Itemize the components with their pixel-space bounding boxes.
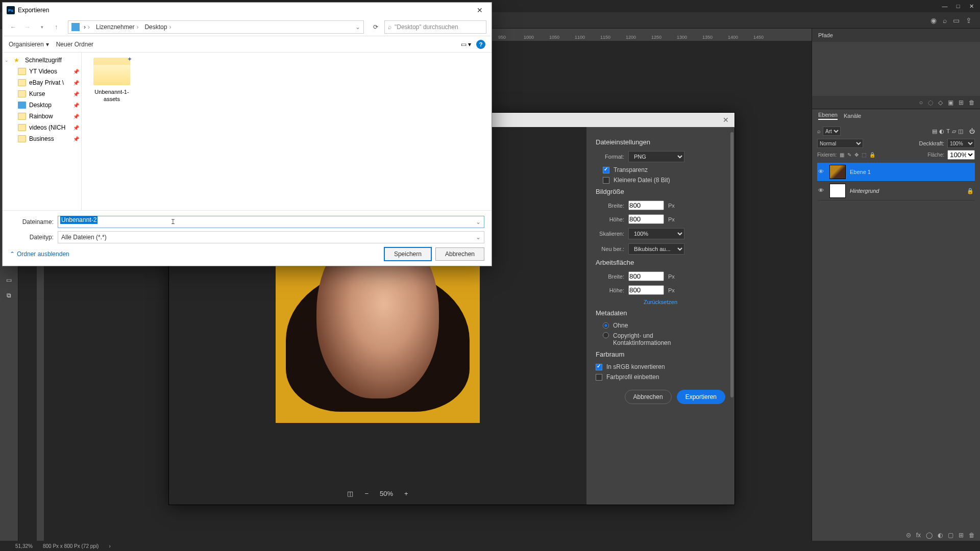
diamond-icon[interactable]: ◇ bbox=[938, 99, 943, 106]
reset-button[interactable]: Zurücksetzen bbox=[644, 299, 677, 305]
breadcrumb[interactable]: › bbox=[82, 23, 92, 31]
screenmode-icon[interactable]: ⧉ bbox=[4, 290, 15, 301]
ring-icon[interactable]: ◌ bbox=[928, 99, 933, 106]
filter-toggle-icon[interactable]: ⏻ bbox=[969, 128, 975, 134]
cancel-button[interactable]: Abbrechen bbox=[435, 247, 484, 261]
zoom-in-icon[interactable]: + bbox=[404, 490, 408, 497]
filter-shape-icon[interactable]: ▱ bbox=[952, 128, 956, 135]
lock-nest-icon[interactable]: ⬚ bbox=[862, 152, 866, 158]
minimize-icon[interactable]: — bbox=[940, 2, 949, 11]
fill-select[interactable]: 100% bbox=[947, 150, 975, 160]
refresh-icon[interactable]: ⟳ bbox=[370, 21, 381, 33]
status-chevron-icon[interactable]: › bbox=[109, 543, 110, 549]
breadcrumb[interactable]: Lizenznehmer bbox=[94, 23, 140, 31]
view-icon[interactable]: ▭ ▾ bbox=[461, 41, 471, 48]
recent-chevron-icon[interactable]: ▾ bbox=[36, 21, 47, 33]
canvas-height-input[interactable] bbox=[628, 285, 664, 295]
search-field[interactable]: ⌕ "Desktop" durchsuchen bbox=[384, 20, 486, 34]
tree-item[interactable]: eBay Privat \📌 bbox=[3, 77, 81, 88]
metadata-none-radio[interactable] bbox=[603, 322, 609, 329]
lock-all-icon[interactable]: 🔒 bbox=[869, 152, 875, 158]
file-list-area[interactable]: ✦ Unbenannt-1-assets bbox=[82, 53, 492, 210]
new-layer-icon[interactable]: ⊞ bbox=[959, 532, 964, 539]
tree-item[interactable]: Rainbow📌 bbox=[3, 111, 81, 122]
transparency-checkbox[interactable] bbox=[603, 167, 609, 173]
adjust-icon[interactable]: ◐ bbox=[938, 532, 943, 539]
hide-folders-button[interactable]: ⌃ Ordner ausblenden bbox=[10, 251, 69, 258]
format-select[interactable]: PNG bbox=[628, 151, 684, 162]
group-icon[interactable]: ▢ bbox=[948, 532, 953, 539]
canvas-width-input[interactable] bbox=[628, 271, 664, 281]
trash-icon[interactable]: 🗑 bbox=[969, 99, 975, 106]
filename-input[interactable]: Unbenannt-2 𝙸 ⌄ bbox=[58, 216, 484, 228]
scale-select[interactable]: 100% bbox=[628, 228, 684, 239]
tree-item[interactable]: Desktop📌 bbox=[3, 99, 81, 111]
chevron-down-icon[interactable]: ⌄ bbox=[476, 218, 481, 226]
help-icon[interactable]: ? bbox=[476, 40, 485, 49]
forward-icon[interactable]: → bbox=[22, 21, 33, 33]
share-icon[interactable]: ⇪ bbox=[966, 16, 972, 24]
quickmask-icon[interactable]: ▭ bbox=[4, 274, 15, 286]
settings-scrollbar[interactable] bbox=[730, 132, 733, 397]
mask-icon[interactable]: ◯ bbox=[926, 532, 933, 539]
metadata-copyright-radio[interactable] bbox=[603, 332, 609, 338]
layer-item-1[interactable]: 👁 Hintergrund 🔒 bbox=[817, 182, 975, 201]
chevron-down-icon[interactable]: ⌄ bbox=[5, 58, 11, 63]
export-cancel-button[interactable]: Abbrechen bbox=[625, 390, 672, 404]
filter-type-icon[interactable]: T bbox=[946, 128, 950, 134]
trash-icon[interactable]: 🗑 bbox=[969, 532, 975, 539]
lock-trans-icon[interactable]: ▦ bbox=[840, 152, 844, 158]
filetype-select[interactable]: Alle Dateien (*.*) ⌄ bbox=[58, 231, 484, 243]
crop-icon[interactable]: ◫ bbox=[347, 490, 353, 497]
filter-adjust-icon[interactable]: ◐ bbox=[939, 128, 944, 135]
filter-type-select[interactable]: Art bbox=[823, 127, 841, 136]
workspace-icon[interactable]: ▭ bbox=[953, 16, 960, 24]
resample-select[interactable]: Bikubisch au... bbox=[628, 243, 684, 255]
smaller-file-checkbox[interactable] bbox=[603, 177, 609, 184]
tab-channels[interactable]: Kanäle bbox=[844, 113, 861, 119]
blend-mode-select[interactable]: Normal bbox=[817, 139, 863, 148]
srgb-checkbox[interactable] bbox=[596, 364, 602, 370]
close-icon[interactable]: ✕ bbox=[472, 5, 487, 16]
embed-profile-checkbox[interactable] bbox=[596, 374, 602, 381]
save-button[interactable]: Speichern bbox=[384, 247, 431, 261]
mask-icon[interactable]: ▣ bbox=[948, 99, 953, 106]
tree-item[interactable]: Kurse📌 bbox=[3, 88, 81, 99]
breadcrumb[interactable]: Desktop bbox=[142, 23, 173, 31]
search-icon[interactable]: ⌕ bbox=[943, 16, 947, 24]
up-icon[interactable]: ↑ bbox=[51, 21, 62, 33]
back-icon[interactable]: ← bbox=[8, 21, 19, 33]
export-button[interactable]: Exportieren bbox=[677, 390, 725, 404]
organize-button[interactable]: Organisieren ▾ bbox=[9, 41, 49, 48]
close-icon[interactable]: ✕ bbox=[967, 2, 976, 11]
new-icon[interactable]: ⊞ bbox=[959, 99, 964, 106]
zoom-out-icon[interactable]: − bbox=[364, 490, 369, 497]
opacity-select[interactable]: 100% bbox=[947, 139, 975, 148]
lock-pos-icon[interactable]: ✥ bbox=[854, 152, 859, 158]
lock-paint-icon[interactable]: ✎ bbox=[847, 152, 851, 158]
new-folder-button[interactable]: Neuer Ordner bbox=[56, 41, 93, 48]
cloud-user-icon[interactable]: ◉ bbox=[930, 16, 937, 24]
tree-item[interactable]: YT Videos📌 bbox=[3, 66, 81, 77]
address-bar[interactable]: › Lizenznehmer Desktop ⌄ bbox=[68, 20, 364, 34]
layer-item-0[interactable]: 👁 Ebene 1 bbox=[817, 163, 975, 182]
close-icon[interactable]: ✕ bbox=[721, 115, 730, 124]
eye-icon[interactable]: 👁 bbox=[818, 168, 825, 176]
tree-root-quickaccess[interactable]: ⌄ ★ Schnellzugriff bbox=[3, 55, 81, 66]
eye-icon[interactable]: 👁 bbox=[818, 187, 825, 194]
tree-item[interactable]: videos (NICH📌 bbox=[3, 122, 81, 133]
status-zoom[interactable]: 51,32% bbox=[15, 543, 33, 549]
circle-icon[interactable]: ○ bbox=[919, 99, 923, 106]
search-icon[interactable]: ⌕ bbox=[817, 128, 821, 134]
filter-image-icon[interactable]: ▤ bbox=[932, 128, 937, 135]
fx-icon[interactable]: fx bbox=[916, 532, 921, 539]
width-input[interactable] bbox=[628, 201, 664, 210]
link-icon[interactable]: ⊝ bbox=[906, 532, 911, 539]
addr-chevron-icon[interactable]: ⌄ bbox=[355, 23, 360, 31]
folder-tile[interactable]: ✦ Unbenannt-1-assets bbox=[89, 58, 135, 103]
tab-paths[interactable]: Pfade bbox=[818, 32, 833, 38]
filter-smart-icon[interactable]: ◫ bbox=[958, 128, 963, 135]
tab-layers[interactable]: Ebenen bbox=[818, 112, 838, 120]
tree-item[interactable]: Business📌 bbox=[3, 133, 81, 144]
height-input[interactable] bbox=[628, 214, 664, 224]
